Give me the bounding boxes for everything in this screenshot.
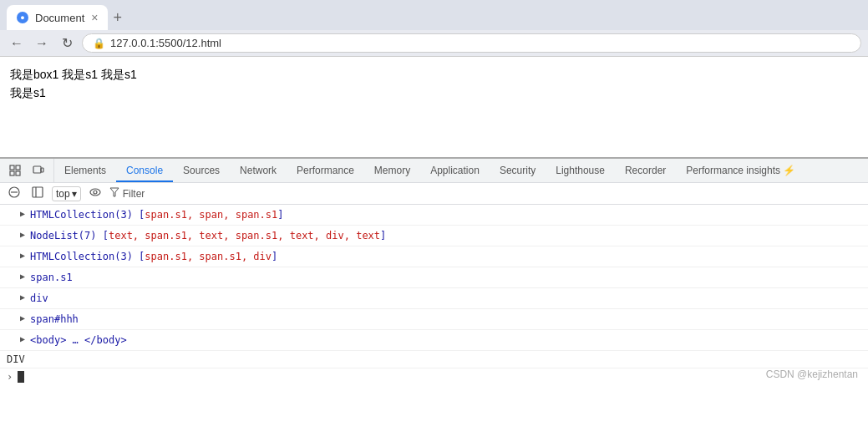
console-line-3-text: HTMLCollection(3) [span.s1, span.s1, div… [30, 249, 277, 264]
svg-rect-3 [16, 171, 20, 175]
tab-performance[interactable]: Performance [287, 159, 364, 182]
svg-rect-4 [33, 166, 41, 173]
tab-title: Document [35, 12, 84, 24]
console-cursor-line[interactable]: › [0, 368, 868, 385]
console-line-2-text: NodeList(7) [text, span.s1, text, span.s… [30, 228, 386, 243]
reload-button[interactable]: ↻ [57, 35, 77, 51]
devtools-toolbar: Elements Console Sources Network Perform… [0, 159, 868, 183]
devtools-tabs: Elements Console Sources Network Perform… [54, 159, 805, 182]
context-selector[interactable]: top ▾ [52, 186, 81, 201]
inspect-element-icon[interactable] [5, 159, 25, 182]
lock-icon: 🔒 [93, 38, 105, 49]
console-line-2[interactable]: ▶ NodeList(7) [text, span.s1, text, span… [0, 226, 868, 246]
console-line-1[interactable]: ▶ HTMLCollection(3) [span.s1, span, span… [0, 205, 868, 226]
svg-rect-2 [10, 171, 14, 175]
clear-console-button[interactable] [5, 185, 23, 202]
device-toolbar-icon[interactable] [28, 159, 48, 182]
eye-icon-button[interactable] [86, 185, 104, 202]
expand-arrow-3: ▶ [20, 249, 25, 262]
watermark: CSDN @kejizhentan [766, 368, 858, 380]
console-line-5[interactable]: ▶ div [0, 288, 868, 309]
tab-elements[interactable]: Elements [54, 159, 116, 182]
context-dropdown-icon: ▾ [72, 188, 77, 200]
console-line-6[interactable]: ▶ span#hhh [0, 309, 868, 330]
browser-tab[interactable]: ● Document × [7, 5, 108, 30]
console-line-1-text: HTMLCollection(3) [span.s1, span, span.s… [30, 207, 283, 222]
new-tab-button[interactable]: + [113, 9, 122, 27]
back-button[interactable]: ← [7, 36, 27, 51]
address-bar[interactable]: 🔒 127.0.0.1:5500/12.html [82, 33, 861, 53]
tab-sources[interactable]: Sources [173, 159, 230, 182]
console-output-wrapper: ▶ HTMLCollection(3) [span.s1, span, span… [0, 205, 868, 385]
svg-point-11 [94, 191, 97, 194]
page-content: 我是box1 我是s1 我是s1 我是s1 [0, 57, 868, 157]
svg-rect-5 [41, 168, 43, 172]
svg-rect-0 [10, 165, 14, 170]
devtools-panel: Elements Console Sources Network Perform… [0, 157, 868, 385]
tab-console[interactable]: Console [116, 159, 173, 182]
filter-area: Filter [109, 187, 145, 200]
tab-bar: ● Document × + [0, 0, 868, 30]
expand-arrow-6: ▶ [20, 312, 25, 324]
expand-arrow-4: ▶ [20, 270, 25, 282]
tab-close-button[interactable]: × [91, 11, 98, 24]
console-line-7-text: <body> … </body> [30, 333, 127, 348]
tab-network[interactable]: Network [230, 159, 287, 182]
console-output: ▶ HTMLCollection(3) [span.s1, span, span… [0, 205, 868, 385]
console-line-8: DIV [0, 351, 868, 368]
filter-label: Filter [123, 188, 145, 200]
devtools-icons-group [0, 159, 54, 182]
browser-chrome: ● Document × + ← → ↻ 🔒 127.0.0.1:5500/12… [0, 0, 868, 57]
filter-icon [109, 187, 119, 200]
console-line-4-text: span.s1 [30, 270, 73, 285]
expand-arrow-1: ▶ [20, 207, 25, 220]
console-prompt: › [7, 371, 13, 383]
svg-rect-8 [33, 187, 43, 197]
console-line-7[interactable]: ▶ <body> … </body> [0, 330, 868, 351]
tab-application[interactable]: Application [420, 159, 490, 182]
console-line-8-text: DIV [7, 353, 25, 365]
console-line-5-text: div [30, 291, 48, 306]
console-cursor [18, 371, 24, 383]
expand-arrow-7: ▶ [20, 333, 25, 345]
forward-button[interactable]: → [32, 36, 52, 51]
svg-marker-12 [110, 188, 119, 196]
show-sidebar-button[interactable] [28, 185, 47, 202]
expand-arrow-2: ▶ [20, 228, 25, 241]
svg-point-10 [90, 189, 100, 196]
address-bar-row: ← → ↻ 🔒 127.0.0.1:5500/12.html [0, 30, 868, 56]
tab-lighthouse[interactable]: Lighthouse [546, 159, 615, 182]
context-label: top [56, 188, 70, 200]
console-toolbar: top ▾ Filter [0, 183, 868, 205]
console-line-4[interactable]: ▶ span.s1 [0, 267, 868, 288]
console-line-6-text: span#hhh [30, 312, 79, 327]
tab-performance-insights[interactable]: Performance insights ⚡ [676, 159, 805, 182]
tab-recorder[interactable]: Recorder [615, 159, 676, 182]
expand-arrow-5: ▶ [20, 291, 25, 303]
svg-rect-1 [16, 165, 20, 170]
url-text: 127.0.0.1:5500/12.html [110, 37, 221, 49]
tab-favicon: ● [17, 12, 28, 23]
tab-memory[interactable]: Memory [364, 159, 420, 182]
page-text-line2: 我是s1 [10, 84, 858, 102]
console-line-3[interactable]: ▶ HTMLCollection(3) [span.s1, span.s1, d… [0, 246, 868, 267]
tab-security[interactable]: Security [490, 159, 546, 182]
page-text-line1: 我是box1 我是s1 我是s1 [10, 65, 858, 84]
